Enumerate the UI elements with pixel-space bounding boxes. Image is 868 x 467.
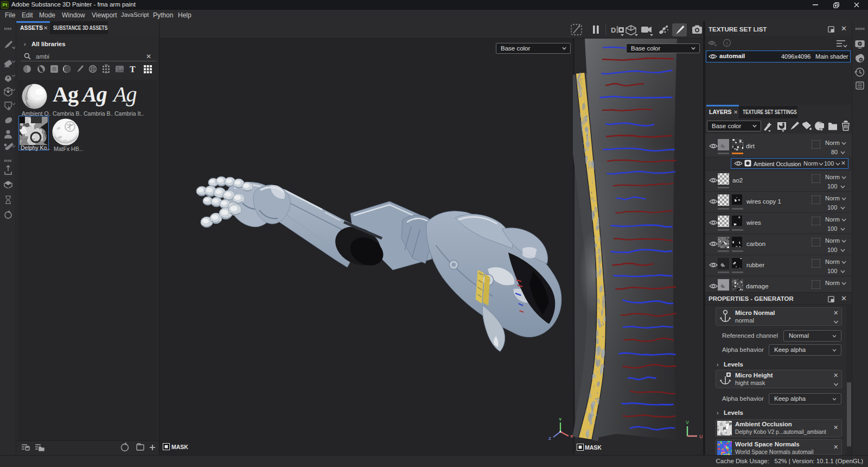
svg-text:Z: Z bbox=[548, 436, 551, 441]
svg-text:1: 1 bbox=[7, 185, 10, 190]
svg-text:V: V bbox=[686, 420, 689, 425]
svg-text:T: T bbox=[130, 65, 136, 73]
svg-text:1: 1 bbox=[726, 41, 729, 46]
svg-text:D: D bbox=[611, 26, 616, 34]
svg-text:U: U bbox=[699, 434, 703, 439]
svg-text:Y: Y bbox=[559, 417, 562, 422]
